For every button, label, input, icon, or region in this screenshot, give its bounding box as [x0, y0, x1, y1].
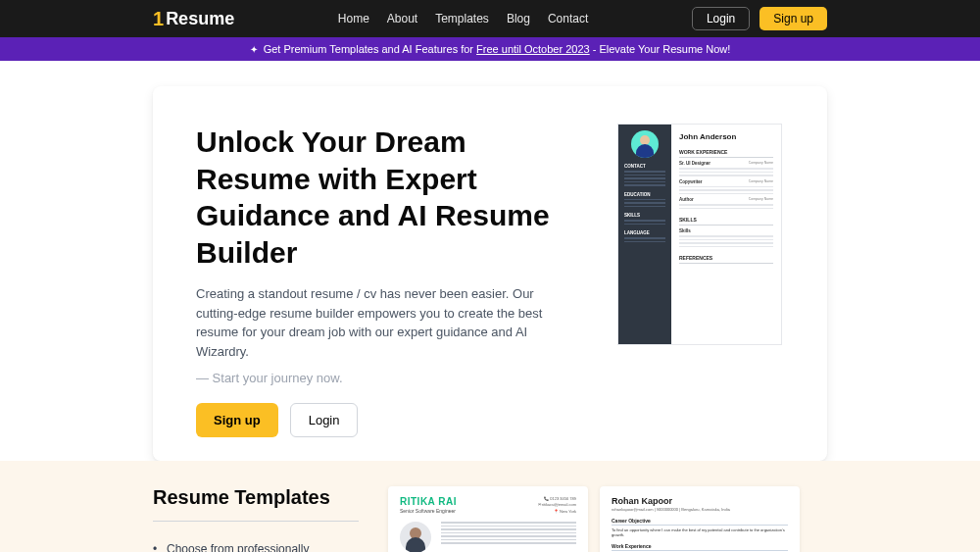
preview-section-heading: WORK EXPERIENCE — [679, 149, 773, 158]
template-card[interactable]: Rohan Kapoor rohankapoor@mail.com | 9000… — [600, 486, 800, 552]
nav-link-contact[interactable]: Contact — [548, 12, 588, 25]
preview-item-meta: Company Name — [749, 197, 773, 202]
resume-preview-image: CONTACT EDUCATION SKILLS LANGUAGE John A… — [617, 124, 782, 345]
template-card[interactable]: 📞 0123 3456 789 ✉ ritikarai@email.com 📍 … — [388, 486, 588, 552]
hero-section: Unlock Your Dream Resume with Expert Gui… — [0, 61, 980, 461]
nav-link-templates[interactable]: Templates — [435, 12, 489, 25]
hero-signup-button[interactable]: Sign up — [196, 403, 278, 437]
logo-icon: 1 — [153, 8, 164, 30]
logo[interactable]: 1 Resume — [153, 8, 234, 30]
template-section-heading: Career Objective — [612, 518, 788, 526]
nav-link-about[interactable]: About — [387, 12, 417, 25]
hero-subtitle: Creating a standout resume / cv has neve… — [196, 284, 578, 361]
template-name: Rohan Kapoor — [612, 496, 788, 506]
template-contact: 📞 0123 3456 789 ✉ ritikarai@email.com 📍 … — [538, 496, 576, 515]
preview-item: Copywriter — [679, 179, 703, 184]
templates-section: Resume Templates Choose from professiona… — [0, 461, 980, 552]
nav-link-blog[interactable]: Blog — [507, 12, 530, 25]
preview-section-heading: REFERENCES — [679, 255, 773, 264]
login-button[interactable]: Login — [692, 7, 750, 30]
promo-prefix: Get Premium Templates and AI Features fo… — [264, 43, 476, 55]
hero-left: Unlock Your Dream Resume with Expert Gui… — [196, 124, 578, 437]
template-contact: rohankapoor@mail.com | 9000000000 | Beng… — [612, 507, 788, 512]
templates-info: Resume Templates Choose from professiona… — [153, 486, 359, 552]
template-text: To find an opportunity where I can make … — [612, 527, 788, 537]
promo-text: Get Premium Templates and AI Features fo… — [264, 43, 731, 55]
contact-line: 📍 New York — [538, 509, 576, 515]
preview-item-meta: Company Name — [749, 179, 773, 184]
hero-card: Unlock Your Dream Resume with Expert Gui… — [153, 86, 827, 461]
avatar-icon — [631, 130, 659, 158]
sparkle-icon: ✦ — [250, 44, 258, 55]
preview-side-heading: EDUCATION — [624, 192, 665, 197]
nav-link-home[interactable]: Home — [338, 12, 369, 25]
hero-login-button[interactable]: Login — [290, 403, 359, 437]
section-title: Resume Templates — [153, 486, 359, 522]
preview-section-heading: SKILLS — [679, 217, 773, 226]
preview-item: Sr. UI Designer — [679, 161, 710, 166]
hero-title: Unlock Your Dream Resume with Expert Gui… — [196, 124, 578, 271]
logo-text: Resume — [166, 9, 234, 29]
contact-line: ✉ ritikarai@email.com — [538, 502, 576, 508]
feature-item: Choose from professionally designed ATS … — [153, 541, 359, 552]
nav-actions: Login Sign up — [692, 7, 827, 30]
hero-actions: Sign up Login — [196, 403, 578, 437]
promo-bar: ✦ Get Premium Templates and AI Features … — [0, 37, 980, 61]
promo-suffix: - Elevate Your Resume Now! — [590, 43, 731, 55]
template-cards: 📞 0123 3456 789 ✉ ritikarai@email.com 📍 … — [388, 486, 827, 552]
top-nav: 1 Resume Home About Templates Blog Conta… — [0, 0, 980, 37]
nav-links: Home About Templates Blog Contact — [338, 12, 588, 25]
signup-button[interactable]: Sign up — [760, 7, 827, 30]
template-section-heading: Work Experience — [612, 543, 788, 551]
preview-side-heading: SKILLS — [624, 213, 665, 218]
preview-name: John Anderson — [679, 132, 773, 141]
avatar-icon — [400, 522, 431, 552]
preview-item: Skills — [679, 228, 691, 233]
preview-side-heading: CONTACT — [624, 164, 665, 169]
hero-preview: CONTACT EDUCATION SKILLS LANGUAGE John A… — [617, 124, 784, 437]
preview-item: Author — [679, 197, 694, 202]
preview-item-meta: Company Name — [749, 161, 773, 166]
promo-link[interactable]: Free until October 2023 — [476, 43, 590, 55]
feature-list: Choose from professionally designed ATS … — [153, 541, 359, 552]
hero-tagline: — Start your journey now. — [196, 371, 578, 385]
preview-side-heading: LANGUAGE — [624, 230, 665, 235]
